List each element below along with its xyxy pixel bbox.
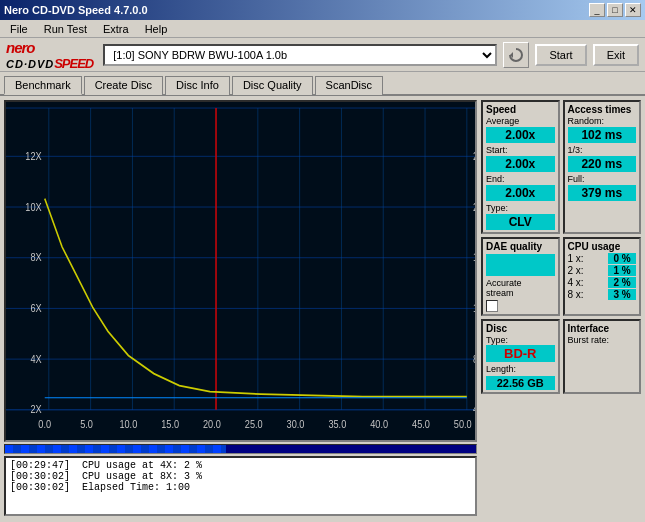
svg-text:45.0: 45.0 <box>412 418 430 430</box>
menu-extra[interactable]: Extra <box>97 22 135 36</box>
accurate-stream-checkbox[interactable] <box>486 300 498 312</box>
window-controls: _ □ ✕ <box>589 3 641 17</box>
burst-rate-label: Burst rate: <box>568 335 637 345</box>
drive-select[interactable]: [1:0] SONY BDRW BWU-100A 1.0b <box>103 44 497 66</box>
svg-text:8X: 8X <box>30 252 41 264</box>
random-value: 102 ms <box>568 127 637 143</box>
app-logo: neroCD·DVDSPEED <box>6 40 93 70</box>
stream-label: stream <box>486 288 555 298</box>
tab-disc-quality[interactable]: Disc Quality <box>232 76 313 95</box>
disc-type-label: Type: <box>486 335 555 345</box>
average-label: Average <box>486 116 555 126</box>
svg-text:10.0: 10.0 <box>119 418 137 430</box>
svg-text:6X: 6X <box>30 302 41 314</box>
access-section: Access times Random: 102 ms 1/3: 220 ms … <box>563 100 642 234</box>
window-title: Nero CD-DVD Speed 4.7.0.0 <box>4 4 148 16</box>
tab-create-disc[interactable]: Create Disc <box>84 76 163 95</box>
svg-text:12: 12 <box>473 302 475 314</box>
menu-file[interactable]: File <box>4 22 34 36</box>
start-label: Start: <box>486 145 555 155</box>
svg-text:8: 8 <box>473 353 475 365</box>
average-value: 2.00x <box>486 127 555 143</box>
accurate-stream-row <box>486 300 555 312</box>
menu-bar: File Run Test Extra Help <box>0 20 645 38</box>
cpu-row-4x: 4 x: 2 % <box>568 277 637 288</box>
svg-text:4: 4 <box>473 404 475 416</box>
svg-text:40.0: 40.0 <box>370 418 388 430</box>
end-value: 2.00x <box>486 185 555 201</box>
cpu-2x-label: 2 x: <box>568 265 584 276</box>
full-label: Full: <box>568 174 637 184</box>
svg-text:50.0: 50.0 <box>454 418 472 430</box>
cpu-4x-label: 4 x: <box>568 277 584 288</box>
right-panel: Speed Average 2.00x Start: 2.00x End: 2.… <box>481 100 641 516</box>
svg-text:24: 24 <box>473 150 475 162</box>
svg-text:0.0: 0.0 <box>38 418 51 430</box>
cpu-4x-value: 2 % <box>608 277 636 288</box>
svg-text:35.0: 35.0 <box>328 418 346 430</box>
access-title: Access times <box>568 104 637 115</box>
svg-text:4X: 4X <box>30 353 41 365</box>
disc-length-label: Length: <box>486 364 555 374</box>
speed-section: Speed Average 2.00x Start: 2.00x End: 2.… <box>481 100 560 234</box>
menu-help[interactable]: Help <box>139 22 174 36</box>
disc-title: Disc <box>486 323 555 334</box>
exit-button[interactable]: Exit <box>593 44 639 66</box>
svg-text:12X: 12X <box>25 150 42 162</box>
menu-run-test[interactable]: Run Test <box>38 22 93 36</box>
dae-cpu-row: DAE quality Accurate stream CPU usage 1 … <box>481 237 641 316</box>
svg-rect-1 <box>6 102 475 440</box>
accurate-label: Accurate <box>486 278 555 288</box>
tabs-container: Benchmark Create Disc Disc Info Disc Qua… <box>0 72 645 96</box>
one-third-value: 220 ms <box>568 156 637 172</box>
svg-text:2X: 2X <box>30 404 41 416</box>
tab-scan-disc[interactable]: ScanDisc <box>315 76 383 95</box>
one-third-label: 1/3: <box>568 145 637 155</box>
speed-title: Speed <box>486 104 555 115</box>
progress-bar <box>4 444 477 454</box>
cpu-1x-value: 0 % <box>608 253 636 264</box>
disc-section: Disc Type: BD-R Length: 22.56 GB <box>481 319 560 394</box>
disc-type-value: BD-R <box>486 345 555 362</box>
tab-disc-info[interactable]: Disc Info <box>165 76 230 95</box>
cpu-section: CPU usage 1 x: 0 % 2 x: 1 % 4 x: 2 % 8 x… <box>563 237 642 316</box>
log-area[interactable]: [00:29:47] CPU usage at 4X: 2 % [00:30:0… <box>4 456 477 516</box>
refresh-button[interactable] <box>503 42 529 68</box>
main-content: 2X 4X 6X 8X 10X 12X 4 8 12 16 20 24 0.0 … <box>0 96 645 520</box>
title-bar: Nero CD-DVD Speed 4.7.0.0 _ □ ✕ <box>0 0 645 20</box>
svg-text:10X: 10X <box>25 201 42 213</box>
svg-text:16: 16 <box>473 252 475 264</box>
end-label: End: <box>486 174 555 184</box>
start-value: 2.00x <box>486 156 555 172</box>
cpu-title: CPU usage <box>568 241 637 252</box>
cpu-row-2x: 2 x: 1 % <box>568 265 637 276</box>
cpu-row-8x: 8 x: 3 % <box>568 289 637 300</box>
svg-text:30.0: 30.0 <box>287 418 305 430</box>
speed-access-row: Speed Average 2.00x Start: 2.00x End: 2.… <box>481 100 641 234</box>
maximize-button[interactable]: □ <box>607 3 623 17</box>
svg-text:15.0: 15.0 <box>161 418 179 430</box>
tab-benchmark[interactable]: Benchmark <box>4 76 82 95</box>
svg-text:20.0: 20.0 <box>203 418 221 430</box>
svg-text:25.0: 25.0 <box>245 418 263 430</box>
disc-interface-row: Disc Type: BD-R Length: 22.56 GB Interfa… <box>481 319 641 394</box>
log-line: [00:30:02] Elapsed Time: 1:00 <box>10 482 471 493</box>
progress-fill <box>5 445 226 453</box>
refresh-icon <box>508 47 524 63</box>
svg-text:5.0: 5.0 <box>80 418 93 430</box>
cpu-8x-value: 3 % <box>608 289 636 300</box>
log-line: [00:29:47] CPU usage at 4X: 2 % <box>10 460 471 471</box>
interface-section: Interface Burst rate: <box>563 319 642 394</box>
chart-svg: 2X 4X 6X 8X 10X 12X 4 8 12 16 20 24 0.0 … <box>6 102 475 440</box>
close-button[interactable]: ✕ <box>625 3 641 17</box>
cpu-2x-value: 1 % <box>608 265 636 276</box>
cpu-8x-label: 8 x: <box>568 289 584 300</box>
dae-section: DAE quality Accurate stream <box>481 237 560 316</box>
toolbar: neroCD·DVDSPEED [1:0] SONY BDRW BWU-100A… <box>0 38 645 72</box>
start-button[interactable]: Start <box>535 44 586 66</box>
minimize-button[interactable]: _ <box>589 3 605 17</box>
disc-length-value: 22.56 GB <box>486 376 555 390</box>
full-value: 379 ms <box>568 185 637 201</box>
interface-title: Interface <box>568 323 637 334</box>
dae-title: DAE quality <box>486 241 555 252</box>
